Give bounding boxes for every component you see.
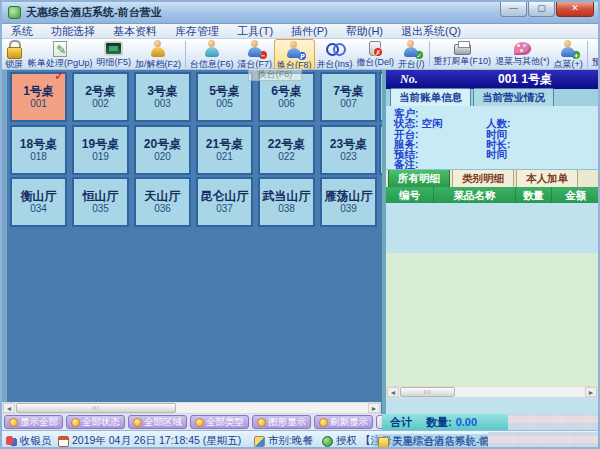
open-table-button[interactable]: 开台(/) <box>396 39 427 70</box>
orange-dot-icon <box>195 418 204 427</box>
scroll-thumb[interactable] <box>16 403 176 413</box>
close-button[interactable]: ✕ <box>556 2 594 17</box>
menu-basic-data[interactable]: 基本资料 <box>104 24 166 39</box>
tab-current-business[interactable]: 当前营业情况 <box>473 88 554 106</box>
scroll-right-arrow[interactable]: ► <box>368 403 380 413</box>
toolbar-separator <box>429 41 430 67</box>
table-cell-037[interactable]: 昆仑山厅037 <box>196 177 253 227</box>
orange-dot-icon <box>257 418 266 427</box>
lock-screen-button[interactable]: 锁屏 <box>2 39 26 70</box>
person-clear-icon <box>245 40 265 58</box>
table-cell-039[interactable]: 雁荡山厅039 <box>320 177 377 227</box>
menu-inventory[interactable]: 库存管理 <box>166 24 228 39</box>
graphic-display-button[interactable]: 图形显示 <box>252 415 311 429</box>
clear-table-button[interactable]: 清台(F7) <box>236 39 275 70</box>
all-status-button[interactable]: 全部状态 <box>66 415 125 429</box>
col-amount: 金额 <box>552 187 598 203</box>
table-cell-023[interactable]: 23号桌023 <box>320 125 377 175</box>
table-floor-panel: ✓1号桌001 2号桌002 3号桌003 5号桌005 6号桌006 7号桌0… <box>2 70 382 414</box>
gold-person-icon <box>148 40 168 58</box>
bill-info-panel: No. 001 1号桌 当前账单信息 当前营业情况 客户: 状态: 空闲 人数:… <box>382 70 600 414</box>
merge-rings-icon <box>325 40 345 58</box>
all-area-button[interactable]: 全部区域 <box>128 415 187 429</box>
show-all-button[interactable]: 显示全部 <box>4 415 63 429</box>
menu-system[interactable]: 系统 <box>2 24 42 39</box>
printer-icon <box>454 44 471 55</box>
all-type-button[interactable]: 全部类型 <box>190 415 249 429</box>
orange-dot-icon <box>9 418 18 427</box>
legend-button[interactable]: 图例说明 <box>376 415 382 429</box>
table-cell-020[interactable]: 20号桌020 <box>134 125 191 175</box>
menu-exit[interactable]: 退出系统(Q) <box>392 24 470 39</box>
table-cell-003[interactable]: 3号桌003 <box>134 72 191 122</box>
col-dish-name: 菜品名称 <box>434 187 516 203</box>
table-cell-021[interactable]: 21号桌021 <box>196 125 253 175</box>
pre-settle-button[interactable]: 预结(F12) <box>590 39 598 69</box>
order-grid-header: 编号 菜品名称 数量 金额 单位 单价 <box>386 187 598 203</box>
merge-table-button[interactable]: 并台(Ins) <box>315 39 355 70</box>
monitor-icon <box>104 41 123 56</box>
table-cell-022[interactable]: 22号桌022 <box>258 125 315 175</box>
person-info-icon <box>202 40 222 58</box>
person-change-icon <box>284 41 304 59</box>
grid-horizontal-scrollbar[interactable]: ◄ ► <box>386 386 598 398</box>
globe-icon <box>322 436 333 447</box>
menu-tools[interactable]: 工具(T) <box>228 24 282 39</box>
return-dish-button[interactable]: 退菜与其他(*) <box>493 39 552 68</box>
qty-label: 数量: <box>426 415 452 430</box>
lock-unlock-table-button[interactable]: 加/解档(F2) <box>133 39 183 70</box>
tab-current-bill-info[interactable]: 当前账单信息 <box>390 88 471 106</box>
calendar-icon <box>58 436 69 447</box>
toolbar: 锁屏 帐单处理(PgUp) 明细(F5) 加/解档(F2) 台信息(F6) 清台… <box>2 39 598 70</box>
table-cell-035[interactable]: 恒山厅035 <box>72 177 129 227</box>
taskbar-app-button[interactable]: 天惠综合酒店系统-前台 <box>374 434 505 449</box>
floor-horizontal-scrollbar[interactable]: ◄ ► <box>2 402 381 414</box>
table-cell-002[interactable]: 2号桌002 <box>72 72 129 122</box>
table-cell-001[interactable]: ✓1号桌001 <box>10 72 67 122</box>
table-cell-036[interactable]: 天山厅036 <box>134 177 191 227</box>
selected-check-icon: ✓ <box>54 68 65 83</box>
tab-all-details[interactable]: 所有明细 <box>388 169 450 187</box>
menu-functions[interactable]: 功能选择 <box>42 24 104 39</box>
table-cell-005[interactable]: 5号桌005 <box>196 72 253 122</box>
table-cell-007[interactable]: 7号桌007 <box>320 72 377 122</box>
window-title: 天惠综合酒店系统-前台营业 <box>26 5 162 20</box>
filter-row: 显示全部 全部状态 全部区域 全部类型 图形显示 刷新显示 图例说明 营业统计 <box>2 414 382 430</box>
cashier-icon <box>6 436 17 447</box>
order-dish-button[interactable]: 点菜(+) <box>552 39 585 70</box>
bill-process-button[interactable]: 帐单处理(PgUp) <box>26 39 95 70</box>
current-table-label: 001 1号桌 <box>498 71 552 88</box>
person-order-icon <box>558 40 578 58</box>
table-cell-038[interactable]: 武当山厅038 <box>258 177 315 227</box>
tab-category-details[interactable]: 类别明细 <box>452 169 514 187</box>
reprint-kitchen-order-button[interactable]: 重打厨单(F10) <box>432 39 494 68</box>
window-controls: — ▢ ✕ <box>499 2 594 17</box>
app-icon <box>8 6 21 19</box>
scroll-thumb[interactable] <box>400 387 455 397</box>
toolbar-separator <box>185 41 186 67</box>
qty-value: 0.00 <box>456 416 477 428</box>
minimize-button[interactable]: — <box>500 2 527 17</box>
menu-plugins[interactable]: 插件(P) <box>282 24 337 39</box>
tab-my-orders[interactable]: 本人加单 <box>516 169 578 187</box>
refresh-display-button[interactable]: 刷新显示 <box>314 415 373 429</box>
cancel-table-button[interactable]: 撤台(Del) <box>355 39 397 69</box>
jar-icon <box>369 41 381 56</box>
table-info-button[interactable]: 台信息(F6) <box>188 39 236 70</box>
scroll-left-arrow[interactable]: ◄ <box>387 387 399 397</box>
status-value: 空闲 <box>421 117 442 129</box>
person-open-icon <box>401 40 421 58</box>
title-bar: 天惠综合酒店系统-前台营业 — ▢ ✕ <box>2 2 598 24</box>
table-cell-018[interactable]: 18号桌018 <box>10 125 67 175</box>
menu-help[interactable]: 帮助(H) <box>337 24 392 39</box>
app-window: 天惠综合酒店系统-前台营业 — ▢ ✕ 系统 功能选择 基本资料 库存管理 工具… <box>0 0 600 449</box>
scroll-right-arrow[interactable]: ► <box>585 387 597 397</box>
maximize-button[interactable]: ▢ <box>528 2 555 17</box>
change-table-button[interactable]: 换台(F8) <box>274 39 315 70</box>
scroll-left-arrow[interactable]: ◄ <box>3 403 15 413</box>
remark-label: 备注: <box>394 158 419 170</box>
table-cell-034[interactable]: 衡山厅034 <box>10 177 67 227</box>
col-code: 编号 <box>386 187 434 203</box>
detail-button[interactable]: 明细(F5) <box>95 39 134 69</box>
table-cell-019[interactable]: 19号桌019 <box>72 125 129 175</box>
